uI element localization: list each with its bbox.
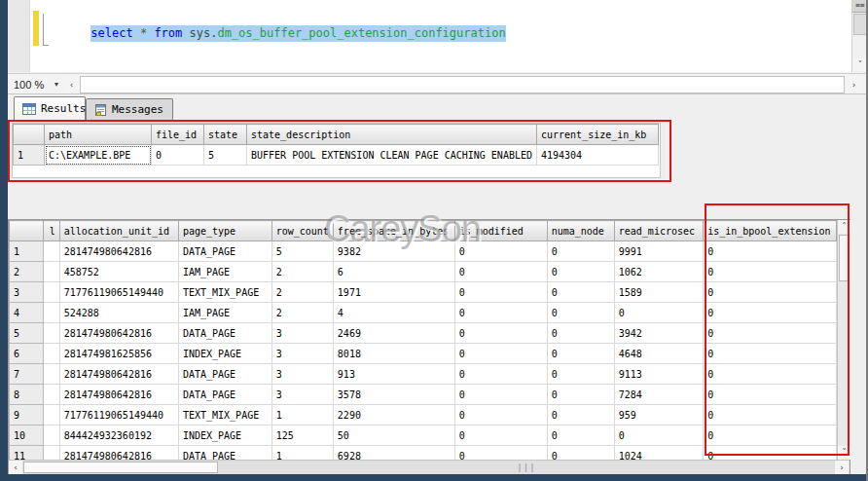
grid-cell[interactable]: 3578 — [333, 385, 454, 405]
column-header-file-id[interactable]: file_id — [152, 125, 204, 145]
grid-cell[interactable]: TEXT_MIX_PAGE — [178, 282, 271, 303]
grid-cell[interactable]: 0 — [547, 323, 614, 344]
grid-cell[interactable]: 9991 — [614, 241, 703, 262]
grid2-horizontal-scrollbar[interactable]: ‹ ||| › — [9, 460, 850, 474]
grid-cell[interactable]: 0 — [704, 303, 837, 323]
grid-cell[interactable]: 0 — [704, 282, 837, 303]
column-header-state-description[interactable]: state_description — [247, 125, 537, 145]
row-header-cell[interactable]: 8 — [10, 385, 44, 405]
grid-cell[interactable]: 3 — [271, 364, 333, 385]
scroll-right-icon[interactable]: › — [847, 76, 861, 93]
select-all-corner[interactable] — [10, 221, 44, 241]
grid-cell[interactable]: 2 — [271, 282, 333, 303]
grid-cell[interactable]: 0 — [454, 364, 547, 385]
column-header-is-in-bpool-extension[interactable]: is_in_bpool_extension — [704, 221, 837, 241]
grid-cell[interactable]: 844424932360192 — [59, 426, 178, 446]
column-header-truncated[interactable]: l — [43, 221, 59, 241]
grid-cell[interactable]: 3942 — [614, 323, 703, 344]
grid-cell[interactable]: 281474980642816 — [59, 241, 178, 262]
row-header-cell[interactable]: 7 — [10, 364, 44, 385]
grid-cell[interactable]: DATA_PAGE — [178, 323, 271, 344]
column-header-row-count[interactable]: row_count — [271, 221, 333, 241]
chevron-down-icon[interactable]: ▾ — [51, 76, 62, 93]
grid-cell[interactable]: 0 — [454, 323, 547, 344]
grid-cell[interactable]: 0 — [454, 405, 547, 426]
grid-cell[interactable]: 0 — [454, 262, 547, 282]
grid-cell[interactable]: 0 — [547, 241, 614, 262]
grid-cell[interactable]: 281474980642816 — [59, 323, 178, 344]
grid-cell[interactable]: DATA_PAGE — [178, 385, 271, 405]
row-header-cell[interactable]: 3 — [10, 282, 44, 303]
scroll-down-icon[interactable]: ˅ — [838, 446, 850, 460]
grid-cell-state[interactable]: 5 — [204, 145, 247, 166]
scroll-left-icon[interactable]: ‹ — [9, 461, 22, 474]
grid-cell[interactable]: 9382 — [333, 241, 454, 262]
grid-cell-state-description[interactable]: BUFFER POOL EXTENSION CLEAN PAGE CACHING… — [247, 145, 537, 166]
grid-cell[interactable]: 71776119065149440 — [59, 282, 178, 303]
grid-cell[interactable] — [43, 405, 59, 426]
grid-cell[interactable]: 913 — [333, 364, 454, 385]
grid-cell[interactable]: 0 — [454, 344, 547, 364]
grid-cell[interactable] — [43, 282, 59, 303]
editor-hscroll-track[interactable] — [80, 76, 845, 93]
scroll-down-icon[interactable]: ˅ — [852, 58, 868, 72]
grid-cell[interactable]: DATA_PAGE — [178, 241, 271, 262]
grid-cell[interactable]: 0 — [614, 303, 703, 323]
grid-cell[interactable]: 0 — [547, 282, 614, 303]
grid-cell[interactable]: 8018 — [333, 344, 454, 364]
sql-operator[interactable]: * — [140, 26, 154, 40]
grid-cell[interactable]: 3 — [271, 323, 333, 344]
row-header-cell[interactable]: 4 — [10, 303, 44, 323]
grid-cell[interactable]: 0 — [704, 426, 837, 446]
grid-cell[interactable] — [43, 446, 59, 461]
tab-results[interactable]: Results — [14, 96, 86, 120]
sql-keyword[interactable]: select — [90, 26, 140, 40]
grid-cell[interactable] — [43, 262, 59, 282]
grid-cell[interactable]: 0 — [547, 405, 614, 426]
splitter-grip-icon[interactable]: ≡≡ — [852, 0, 868, 13]
column-header-page-type[interactable]: page_type — [178, 221, 271, 241]
grid-cell[interactable]: 281474980642816 — [59, 446, 178, 461]
row-header-cell[interactable]: 6 — [10, 344, 44, 364]
grid-cell-path[interactable]: C:\EXAMPLE.BPE — [45, 145, 152, 166]
grid-cell[interactable]: 0 — [704, 344, 837, 364]
grid-cell[interactable]: 0 — [614, 426, 703, 446]
grid-cell[interactable]: 0 — [454, 426, 547, 446]
row-header-cell[interactable]: 1 — [14, 145, 45, 166]
grid-cell[interactable]: 50 — [333, 426, 454, 446]
grid-cell[interactable]: 2290 — [333, 405, 454, 426]
grid-cell[interactable]: 0 — [704, 405, 837, 426]
grid-cell[interactable]: 0 — [547, 344, 614, 364]
grid2-vscroll-thumb[interactable] — [839, 235, 850, 281]
column-header-current-size[interactable]: current_size_in_kb — [537, 125, 659, 145]
column-header-state[interactable]: state — [204, 125, 247, 145]
scroll-right-icon[interactable]: › — [835, 461, 849, 474]
grid-cell[interactable]: 2 — [271, 303, 333, 323]
grid-cell[interactable]: 5 — [271, 241, 333, 262]
editor-zoom-select[interactable]: 100 % ▾ — [10, 76, 60, 93]
query-line-1[interactable]: select * from sys.dm_os_buffer_pool_exte… — [90, 25, 505, 42]
row-header-cell[interactable]: 2 — [10, 262, 44, 282]
grid-cell[interactable]: 2 — [271, 262, 333, 282]
grid-cell[interactable]: 0 — [454, 241, 547, 262]
grid-cell-file-id[interactable]: 0 — [152, 145, 204, 166]
grid-cell[interactable]: 281474981625856 — [59, 344, 178, 364]
grid-cell[interactable]: 1062 — [614, 262, 703, 282]
grid-cell[interactable] — [43, 364, 59, 385]
grid-cell-current-size[interactable]: 4194304 — [537, 145, 659, 166]
grid-cell[interactable]: 1 — [271, 446, 333, 461]
tab-messages[interactable]: Messages — [86, 98, 173, 120]
grid-cell[interactable]: 4 — [333, 303, 454, 323]
grid-cell[interactable]: 458752 — [59, 262, 178, 282]
scroll-left-icon[interactable]: ‹ — [64, 76, 79, 93]
grid-cell[interactable] — [43, 344, 59, 364]
grid-cell[interactable]: 9113 — [614, 364, 703, 385]
grid-cell[interactable]: 0 — [704, 446, 837, 461]
grid-cell[interactable] — [43, 323, 59, 344]
grid-cell[interactable] — [43, 426, 59, 446]
row-header-cell[interactable]: 1 — [10, 241, 44, 262]
column-header-is-modified[interactable]: is_modified — [454, 221, 547, 241]
grid-cell[interactable]: 0 — [547, 303, 614, 323]
grid-cell[interactable]: 125 — [271, 426, 333, 446]
grid-cell[interactable]: IAM_PAGE — [178, 303, 271, 323]
